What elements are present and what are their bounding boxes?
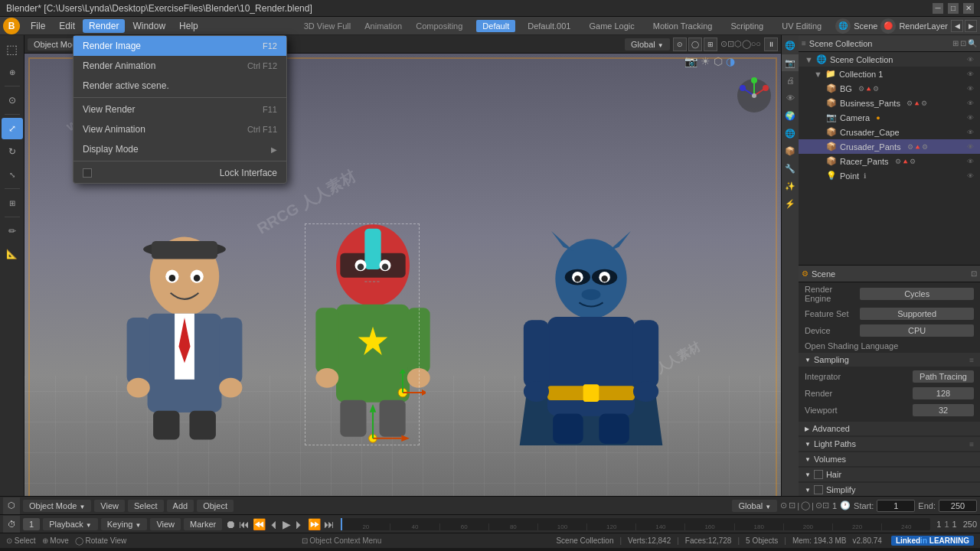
prev-keyframe-btn[interactable]: ⏴: [269, 518, 279, 530]
measure-tool[interactable]: 📐: [2, 243, 23, 265]
render-engine-select[interactable]: Cycles: [860, 288, 974, 300]
render-active-scene-item[interactable]: Render active scene.: [74, 76, 286, 96]
filter-icon[interactable]: ⊞: [952, 39, 959, 47]
view-layer-tab[interactable]: 🌐: [782, 37, 799, 54]
snap-btn[interactable]: ⊙: [673, 37, 687, 51]
current-frame-display[interactable]: 1: [23, 518, 40, 530]
physics-tab[interactable]: ⚡: [782, 195, 799, 212]
modifier-tab[interactable]: 🔧: [782, 160, 799, 177]
racer-pants-item[interactable]: 📦 Racer_Pants ⚙🔺⚙ 👁: [799, 154, 980, 168]
next-keyframe-btn[interactable]: ⏵: [294, 518, 305, 530]
sun-icon[interactable]: ☀: [701, 55, 710, 67]
end-val[interactable]: 250: [939, 500, 977, 512]
prev-frame-btn[interactable]: ⏪: [253, 518, 266, 530]
object-tab[interactable]: 📦: [782, 142, 799, 159]
timeline-icon[interactable]: ⏱: [3, 516, 20, 533]
skip-end-btn[interactable]: ⏭: [324, 518, 335, 530]
feature-set-select[interactable]: Supported: [860, 308, 974, 320]
bottom-icon-5[interactable]: |: [812, 501, 814, 510]
light-paths-options[interactable]: ≡: [969, 440, 974, 448]
search-icon[interactable]: 🔍: [968, 39, 977, 47]
crusader-pants-item[interactable]: 📦 Crusader_Pants ⚙🔺⚙ 👁: [799, 139, 980, 154]
keying-menu[interactable]: Keying ▼: [101, 518, 148, 530]
simplify-header[interactable]: ▼ Simplify: [799, 483, 980, 496]
camera-item[interactable]: 📷 Camera ● 👁: [799, 110, 980, 125]
timeline-view-menu[interactable]: View: [150, 518, 181, 530]
render-layer-icon[interactable]: 🔴: [880, 18, 896, 34]
scene-tab[interactable]: 🌍: [782, 107, 799, 124]
record-btn[interactable]: ⏺: [225, 518, 236, 530]
sampling-header[interactable]: ▼ Sampling ≡: [799, 353, 980, 367]
crusader-cape-item[interactable]: 📦 Crusader_Cape 👁: [799, 125, 980, 139]
annotate-tool[interactable]: ✏: [2, 220, 23, 242]
marker-menu[interactable]: Marker: [184, 518, 222, 530]
select-tool[interactable]: ⊕: [2, 61, 23, 83]
point-item[interactable]: 💡 Point ℹ 👁: [799, 168, 980, 183]
start-frame-right[interactable]: 1: [952, 520, 957, 529]
timeline-ruler[interactable]: 20 40 60 80 100 120 140 160 180 200 220 …: [341, 518, 930, 530]
light-paths-header[interactable]: ▼ Light Paths ≡: [799, 437, 980, 451]
device-select[interactable]: CPU: [860, 324, 974, 337]
world-tab[interactable]: 🌐: [782, 125, 799, 142]
render-samples-input[interactable]: 128: [913, 387, 974, 399]
viewport-shading[interactable]: ◑: [726, 55, 735, 67]
volumes-header[interactable]: ▼ Volumes: [799, 452, 980, 466]
output-tab[interactable]: 🖨: [782, 72, 799, 89]
scene-collection-root[interactable]: ▼ 🌐 Scene Collection 👁: [799, 52, 980, 67]
bottom-icon-4[interactable]: ◯: [801, 500, 810, 510]
sort-icon[interactable]: ⊡: [960, 39, 966, 47]
transform-tool[interactable]: ⊞: [2, 192, 23, 214]
lock-interface-checkbox[interactable]: [83, 168, 92, 178]
scene-icon[interactable]: 🌐: [835, 18, 851, 34]
bottom-select-btn[interactable]: Select: [128, 500, 164, 512]
close-button[interactable]: ✕: [963, 3, 974, 14]
bottom-icon-6[interactable]: ⊙⊡: [815, 500, 829, 510]
bottom-icon-2[interactable]: ⊡: [789, 500, 795, 510]
bg-item[interactable]: 📦 BG ⚙🔺⚙ 👁: [799, 81, 980, 96]
viewport-pause[interactable]: ⏸: [764, 37, 778, 51]
display-mode-item[interactable]: Display Mode ▶: [74, 139, 286, 159]
menu-render[interactable]: Render: [83, 19, 125, 33]
scale-cage-tool[interactable]: ⤡: [2, 164, 23, 185]
menu-file[interactable]: File: [24, 19, 51, 33]
bottom-icon-7[interactable]: 🕐: [840, 500, 851, 510]
end-frame-right[interactable]: 250: [963, 520, 977, 529]
advanced-header[interactable]: ▶ Advanced: [799, 422, 980, 435]
cursor-tool[interactable]: ⊙: [2, 90, 23, 111]
bottom-view-btn[interactable]: View: [94, 500, 125, 512]
xray-btn[interactable]: ⊞: [704, 37, 717, 51]
minimize-button[interactable]: ─: [933, 3, 943, 14]
collection-1[interactable]: ▼ 📁 Collection 1 👁: [799, 67, 980, 81]
header-btn-1[interactable]: ◀: [951, 20, 963, 32]
transform-select[interactable]: Global ▼: [625, 38, 670, 51]
viewport-type-icon[interactable]: ⬡: [3, 497, 20, 514]
transform-global[interactable]: Global ▼: [732, 500, 777, 512]
bottom-object-btn[interactable]: Object: [197, 500, 234, 512]
select-box-tool[interactable]: ⬚: [2, 38, 23, 60]
particles-tab[interactable]: ✨: [782, 178, 799, 194]
shading-icon[interactable]: ⬡: [714, 55, 723, 67]
skip-start-btn[interactable]: ⏮: [239, 518, 250, 530]
view-render-item[interactable]: View Render F11: [74, 99, 286, 119]
move-tool[interactable]: ⤢: [2, 118, 23, 139]
bottom-icon-1[interactable]: ⊙: [780, 500, 787, 510]
business-pants-item[interactable]: 📦 Business_Pants ⚙🔺⚙ 👁: [799, 96, 980, 110]
play-btn[interactable]: ▶: [283, 518, 291, 530]
header-btn-2[interactable]: ▶: [965, 20, 977, 32]
playback-menu[interactable]: Playback ▼: [43, 518, 98, 530]
lock-interface-item[interactable]: Lock Interface: [74, 163, 286, 183]
render-image-item[interactable]: Render Image F12: [74, 36, 286, 56]
render-tab[interactable]: 📷: [782, 54, 799, 71]
object-mode-dropdown[interactable]: Object Mode ▼: [23, 500, 91, 512]
start-val[interactable]: 1: [877, 500, 915, 512]
maximize-button[interactable]: □: [948, 3, 959, 14]
menu-help[interactable]: Help: [173, 19, 204, 33]
integrator-select[interactable]: Path Tracing: [913, 370, 974, 383]
next-frame-btn[interactable]: ⏩: [308, 518, 321, 530]
rotate-tool[interactable]: ↻: [2, 141, 23, 162]
menu-window[interactable]: Window: [126, 19, 172, 33]
proportional-btn[interactable]: ◯: [688, 37, 702, 51]
view-animation-item[interactable]: View Animation Ctrl F11: [74, 119, 286, 139]
view-tab[interactable]: 👁: [782, 90, 799, 106]
prop-panel-options[interactable]: ⊡: [971, 269, 977, 278]
